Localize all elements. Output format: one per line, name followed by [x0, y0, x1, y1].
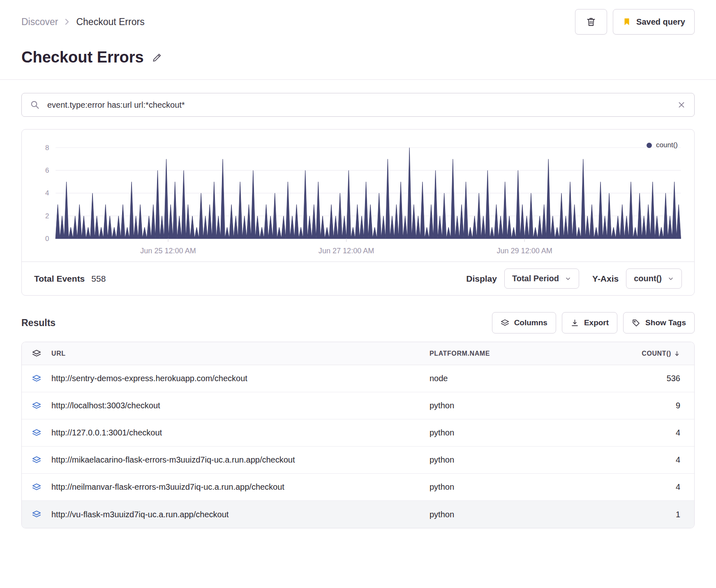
export-label: Export [584, 318, 609, 327]
layers-icon [22, 456, 51, 465]
display-select[interactable]: Total Period [504, 269, 579, 289]
title-row: Checkout Errors [21, 49, 695, 66]
columns-button[interactable]: Columns [492, 312, 556, 333]
saved-query-button[interactable]: Saved query [613, 9, 695, 35]
stack-column-icon [22, 349, 51, 358]
row-platform[interactable]: node [430, 374, 619, 383]
x-tick-label: Jun 29 12:00 AM [497, 247, 552, 255]
results-header: Results Columns Export Show Tags [21, 312, 695, 333]
row-url[interactable]: http://localhost:3003/checkout [51, 401, 430, 410]
y-tick-label: 8 [45, 144, 49, 152]
row-platform[interactable]: python [430, 510, 619, 519]
column-header-url[interactable]: URL [51, 350, 430, 357]
breadcrumb: Discover Checkout Errors [21, 16, 145, 28]
results-table: URL PLATFORM.NAME COUNT() http://sentry-… [21, 342, 695, 528]
table-row: http://mikaelacarino-flask-errors-m3uuiz… [22, 447, 694, 474]
table-row: http://neilmanvar-flask-errors-m3uuizd7i… [22, 474, 694, 501]
display-value: Total Period [512, 274, 559, 283]
table-body: http://sentry-demos-express.herokuapp.co… [22, 365, 694, 528]
y-tick-label: 2 [45, 212, 49, 220]
results-title: Results [21, 317, 55, 329]
table-row: http://sentry-demos-express.herokuapp.co… [22, 365, 694, 392]
events-chart-panel: count() 02468Jun 25 12:00 AMJun 27 12:00… [21, 129, 695, 296]
y-tick-label: 4 [45, 189, 49, 197]
row-count[interactable]: 4 [619, 482, 680, 492]
table-row: http://localhost:3003/checkoutpython9 [22, 392, 694, 419]
row-url[interactable]: http://neilmanvar-flask-errors-m3uuizd7i… [51, 482, 430, 492]
layers-icon [501, 319, 509, 327]
export-button[interactable]: Export [562, 312, 617, 333]
row-platform[interactable]: python [430, 482, 619, 492]
results-actions: Columns Export Show Tags [492, 312, 695, 333]
top-bar: Discover Checkout Errors Saved query [21, 0, 695, 35]
row-count[interactable]: 1 [619, 510, 680, 519]
bookmark-icon [622, 17, 631, 27]
breadcrumb-current: Checkout Errors [76, 16, 144, 28]
row-url[interactable]: http://mikaelacarino-flask-errors-m3uuiz… [51, 455, 430, 465]
row-url[interactable]: http://vu-flask-m3uuizd7iq-uc.a.run.app/… [51, 510, 430, 519]
search-icon [30, 100, 40, 110]
y-axis-label: Y-Axis [592, 274, 619, 284]
breadcrumb-discover[interactable]: Discover [21, 16, 58, 28]
y-axis-value: count() [634, 274, 662, 283]
total-events-value: 558 [91, 274, 106, 284]
chevron-right-icon [64, 16, 70, 27]
layers-icon [22, 428, 51, 438]
x-tick-label: Jun 25 12:00 AM [140, 247, 196, 255]
y-tick-label: 6 [45, 167, 49, 174]
row-count[interactable]: 4 [619, 455, 680, 465]
delete-query-button[interactable] [575, 9, 607, 35]
search-bar [21, 93, 695, 117]
legend-label: count() [656, 141, 678, 149]
y-tick-label: 0 [45, 235, 49, 243]
column-header-platform[interactable]: PLATFORM.NAME [430, 350, 619, 357]
table-row: http://127.0.0.1:3001/checkoutpython4 [22, 419, 694, 447]
layers-icon [22, 374, 51, 383]
row-url[interactable]: http://127.0.0.1:3001/checkout [51, 428, 430, 438]
tag-icon [632, 319, 640, 327]
row-count[interactable]: 536 [619, 374, 680, 383]
show-tags-button[interactable]: Show Tags [623, 312, 695, 333]
row-platform[interactable]: python [430, 455, 619, 465]
show-tags-label: Show Tags [645, 318, 686, 327]
header-divider [0, 79, 716, 80]
chevron-down-icon [667, 275, 674, 282]
search-input[interactable] [46, 100, 670, 110]
chart-area: count() 02468Jun 25 12:00 AMJun 27 12:00… [22, 130, 694, 262]
layers-icon [22, 510, 51, 519]
layers-icon [22, 483, 51, 492]
row-count[interactable]: 4 [619, 428, 680, 438]
chart-legend: count() [647, 141, 678, 149]
total-events-label: Total Events [34, 274, 85, 284]
chart-controls: Display Total Period Y-Axis count() [466, 269, 682, 289]
sort-arrow-down-icon [674, 350, 680, 357]
total-events: Total Events 558 [34, 274, 106, 284]
events-chart: 02468Jun 25 12:00 AMJun 27 12:00 AMJun 2… [33, 140, 683, 260]
layers-icon [22, 401, 51, 410]
x-tick-label: Jun 27 12:00 AM [319, 247, 374, 255]
page-title: Checkout Errors [21, 49, 144, 66]
legend-dot-icon [647, 143, 652, 148]
display-label: Display [466, 274, 497, 284]
edit-title-pencil-icon[interactable] [151, 52, 163, 63]
download-icon [570, 319, 579, 327]
top-actions: Saved query [575, 9, 695, 35]
saved-query-label: Saved query [636, 17, 685, 27]
chevron-down-icon [565, 275, 571, 282]
clear-search-icon[interactable] [677, 100, 686, 109]
row-count[interactable]: 9 [619, 401, 680, 410]
chart-footer: Total Events 558 Display Total Period Y-… [22, 262, 694, 295]
y-axis-select[interactable]: count() [626, 269, 682, 289]
row-platform[interactable]: python [430, 401, 619, 410]
columns-label: Columns [514, 318, 547, 327]
column-header-count[interactable]: COUNT() [619, 350, 680, 357]
table-header-row: URL PLATFORM.NAME COUNT() [22, 342, 694, 365]
discover-page: Discover Checkout Errors Saved query Che… [0, 0, 716, 66]
trash-icon [586, 16, 596, 27]
row-platform[interactable]: python [430, 428, 619, 438]
table-row: http://vu-flask-m3uuizd7iq-uc.a.run.app/… [22, 501, 694, 528]
row-url[interactable]: http://sentry-demos-express.herokuapp.co… [51, 374, 430, 383]
